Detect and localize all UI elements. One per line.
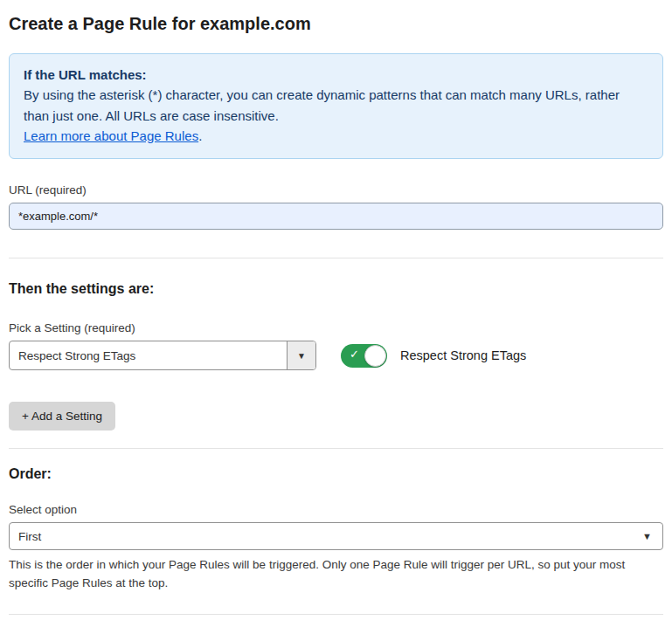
order-select-label: Select option [9, 503, 663, 516]
chevron-down-icon: ▼ [642, 523, 662, 549]
order-select[interactable]: First ▼ [9, 522, 663, 550]
info-box-heading: If the URL matches: [24, 65, 648, 85]
url-input[interactable] [9, 203, 663, 230]
add-setting-button[interactable]: + Add a Setting [9, 402, 115, 431]
check-icon: ✓ [350, 348, 359, 361]
section-divider [9, 258, 663, 258]
toggle-knob [364, 345, 386, 367]
setting-select[interactable]: Respect Strong ETags ▼ [9, 341, 316, 370]
settings-heading: Then the settings are: [9, 281, 663, 297]
page-title: Create a Page Rule for example.com [9, 14, 663, 34]
info-box-body: By using the asterisk (*) character, you… [24, 85, 648, 126]
url-label: URL (required) [9, 183, 663, 196]
setting-toggle[interactable]: ✓ [341, 344, 387, 368]
chevron-down-icon[interactable]: ▼ [287, 341, 315, 369]
setting-row: Respect Strong ETags ▼ ✓ Respect Strong … [9, 341, 663, 370]
toggle-label: Respect Strong ETags [400, 348, 526, 362]
info-box-link-line: Learn more about Page Rules. [24, 126, 648, 146]
setting-select-value: Respect Strong ETags [10, 341, 287, 369]
section-divider [9, 614, 663, 615]
order-help-text: This is the order in which your Page Rul… [9, 556, 651, 593]
section-divider [9, 448, 663, 449]
learn-more-link[interactable]: Learn more about Page Rules [24, 128, 198, 143]
page-rule-form: Create a Page Rule for example.com If th… [0, 0, 672, 627]
order-heading: Order: [9, 466, 663, 482]
link-period: . [198, 128, 202, 143]
url-match-info-box: If the URL matches: By using the asteris… [9, 53, 663, 159]
setting-picker-label: Pick a Setting (required) [9, 321, 663, 334]
order-select-value: First [10, 523, 642, 549]
